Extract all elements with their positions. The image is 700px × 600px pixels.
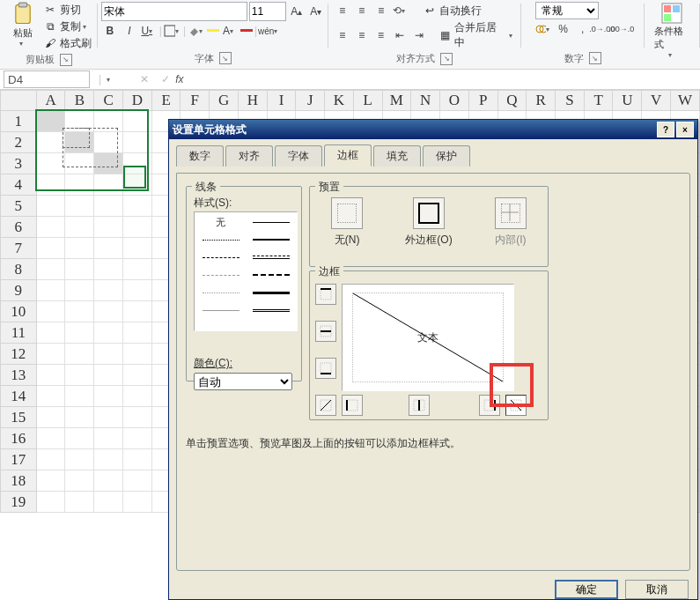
cell[interactable] <box>94 217 123 238</box>
col-header[interactable]: H <box>238 91 267 111</box>
cancel-formula-icon[interactable]: ✕ <box>140 73 149 85</box>
style-10[interactable] <box>196 302 245 318</box>
cell[interactable] <box>94 301 123 322</box>
row-header[interactable]: 8 <box>1 259 37 280</box>
cell[interactable] <box>36 344 65 365</box>
cell[interactable] <box>94 132 123 153</box>
cell[interactable] <box>36 407 65 428</box>
preset-inside-button[interactable]: 内部(I) <box>495 197 527 248</box>
cell[interactable] <box>122 238 151 259</box>
underline-button[interactable]: U▾ <box>140 22 158 40</box>
cell[interactable] <box>65 238 94 259</box>
fx-icon[interactable]: fx <box>175 73 183 85</box>
cell[interactable] <box>94 196 123 217</box>
cell[interactable] <box>94 407 123 428</box>
row-header[interactable]: 12 <box>1 344 37 365</box>
style-6[interactable] <box>196 267 245 283</box>
cell[interactable] <box>65 344 94 365</box>
row-header[interactable]: 4 <box>1 174 37 196</box>
cell[interactable] <box>122 217 151 238</box>
conditional-format-button[interactable]: 条件格式 ▾ <box>654 2 689 59</box>
style-5[interactable] <box>247 249 295 265</box>
row-header[interactable]: 19 <box>1 492 37 513</box>
tab-填充[interactable]: 填充 <box>373 145 421 167</box>
col-header[interactable]: J <box>296 91 325 111</box>
cell[interactable] <box>122 428 151 449</box>
col-header[interactable]: U <box>613 91 642 111</box>
col-header[interactable]: R <box>527 91 556 111</box>
align-top-icon[interactable]: ≡ <box>334 2 351 19</box>
style-11[interactable] <box>247 302 295 318</box>
border-top-button[interactable] <box>315 284 336 305</box>
cell[interactable] <box>65 470 94 492</box>
select-all-corner[interactable] <box>1 91 37 111</box>
dec-decimal-button[interactable]: .00→.0 <box>613 20 630 38</box>
align-launcher-icon[interactable]: ↘ <box>440 53 453 65</box>
number-launcher-icon[interactable]: ↘ <box>589 52 601 64</box>
cell[interactable] <box>36 111 65 132</box>
cell[interactable] <box>94 492 123 513</box>
cell[interactable] <box>94 280 123 301</box>
cell[interactable] <box>65 280 94 301</box>
border-diag-down-button[interactable] <box>505 395 527 416</box>
align-bottom-icon[interactable]: ≡ <box>372 2 390 19</box>
tab-保护[interactable]: 保护 <box>423 145 470 167</box>
cell[interactable] <box>36 365 65 386</box>
increase-font-icon[interactable]: A▴ <box>288 3 306 20</box>
tab-字体[interactable]: 字体 <box>275 145 322 167</box>
phonetic-button[interactable]: wén▾ <box>259 22 276 40</box>
cell[interactable] <box>122 322 151 344</box>
cell[interactable] <box>122 174 151 196</box>
cell[interactable] <box>122 280 151 301</box>
cell[interactable] <box>94 259 123 280</box>
copy-button[interactable]: ⧉复制▾ <box>42 19 92 34</box>
formula-input[interactable] <box>188 71 700 87</box>
style-1[interactable] <box>247 214 295 230</box>
cell[interactable] <box>65 449 94 470</box>
cell[interactable] <box>65 492 94 513</box>
cell[interactable] <box>36 428 65 449</box>
name-box[interactable] <box>4 70 90 88</box>
cell[interactable] <box>122 407 151 428</box>
cell[interactable] <box>36 174 65 196</box>
cell[interactable] <box>122 301 151 322</box>
style-8[interactable] <box>196 285 245 300</box>
namebox-dropdown-icon[interactable]: ▾ <box>107 76 114 84</box>
col-header[interactable]: Q <box>497 91 527 111</box>
cell[interactable] <box>94 174 123 196</box>
align-right-icon[interactable]: ≡ <box>372 26 390 44</box>
enter-formula-icon[interactable]: ✓ <box>161 73 170 85</box>
accounting-format-button[interactable]: ▾ <box>535 20 553 38</box>
border-button[interactable]: ▾ <box>164 22 181 40</box>
col-header[interactable]: C <box>94 91 123 111</box>
cell[interactable] <box>36 196 65 217</box>
cell[interactable] <box>36 132 65 153</box>
preset-none-button[interactable]: 无(N) <box>331 197 363 248</box>
style-9[interactable] <box>247 285 295 300</box>
col-header[interactable]: M <box>382 91 411 111</box>
clipboard-launcher-icon[interactable]: ↘ <box>60 54 72 66</box>
cell[interactable] <box>36 259 65 280</box>
col-header[interactable]: S <box>556 91 585 111</box>
col-header[interactable]: D <box>122 91 151 111</box>
col-header[interactable]: F <box>181 91 210 111</box>
row-header[interactable]: 1 <box>1 111 37 132</box>
cell[interactable] <box>94 322 123 344</box>
font-color-button[interactable]: A▾ <box>221 22 239 40</box>
cell[interactable] <box>122 344 151 365</box>
cell[interactable] <box>122 259 151 280</box>
style-3[interactable] <box>247 232 295 248</box>
font-size-select[interactable] <box>249 2 286 21</box>
style-none[interactable]: 无 <box>196 214 245 230</box>
col-header[interactable]: I <box>267 91 296 111</box>
col-header[interactable]: V <box>642 91 671 111</box>
font-launcher-icon[interactable]: ↘ <box>219 52 232 64</box>
border-preview[interactable]: 文本 <box>342 284 514 391</box>
cut-button[interactable]: ✂剪切 <box>42 2 92 18</box>
cell[interactable] <box>65 301 94 322</box>
cell[interactable] <box>94 365 123 386</box>
cell[interactable] <box>94 428 123 449</box>
font-name-select[interactable] <box>101 2 247 21</box>
cell[interactable] <box>36 153 65 174</box>
cell[interactable] <box>122 386 151 407</box>
